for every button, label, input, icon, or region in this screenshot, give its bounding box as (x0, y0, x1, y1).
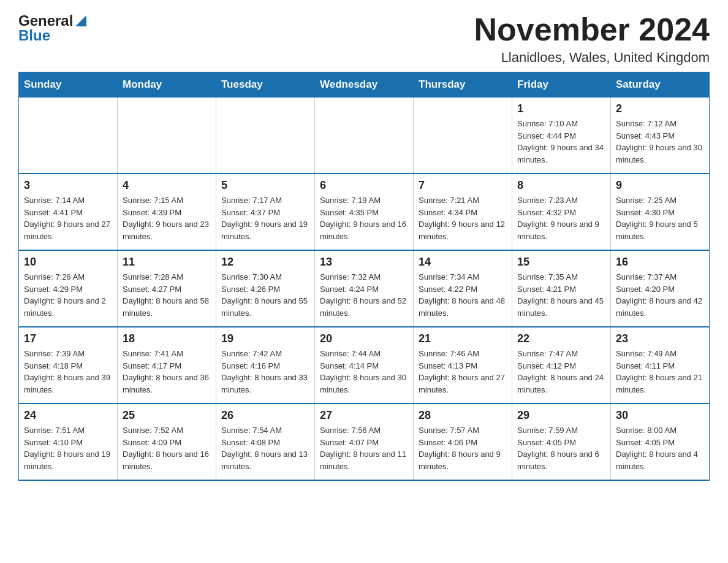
table-row: 26Sunrise: 7:54 AMSunset: 4:08 PMDayligh… (216, 404, 315, 480)
table-row: 28Sunrise: 7:57 AMSunset: 4:06 PMDayligh… (414, 404, 512, 480)
page-subtitle: Llanidloes, Wales, United Kingdom (474, 50, 710, 66)
day-info: Sunrise: 7:57 AMSunset: 4:06 PMDaylight:… (419, 424, 507, 472)
day-number: 13 (320, 256, 408, 269)
table-row: 9Sunrise: 7:25 AMSunset: 4:30 PMDaylight… (611, 174, 710, 250)
day-number: 6 (320, 179, 408, 192)
day-number: 3 (24, 179, 112, 192)
day-info: Sunrise: 7:52 AMSunset: 4:09 PMDaylight:… (123, 424, 211, 472)
day-number: 29 (517, 409, 605, 422)
table-row: 8Sunrise: 7:23 AMSunset: 4:32 PMDaylight… (512, 174, 611, 250)
day-info: Sunrise: 7:59 AMSunset: 4:05 PMDaylight:… (517, 424, 605, 472)
logo: General Blue (18, 12, 88, 44)
col-friday: Friday (512, 72, 611, 98)
col-wednesday: Wednesday (315, 72, 414, 98)
day-number: 9 (616, 179, 704, 192)
day-number: 23 (616, 332, 704, 345)
day-number: 18 (123, 332, 211, 345)
day-number: 10 (24, 256, 112, 269)
page-title: November 2024 (474, 12, 710, 47)
week-row-3: 10Sunrise: 7:26 AMSunset: 4:29 PMDayligh… (19, 250, 710, 327)
col-monday: Monday (118, 72, 216, 98)
table-row: 11Sunrise: 7:28 AMSunset: 4:27 PMDayligh… (118, 250, 216, 327)
table-row: 23Sunrise: 7:49 AMSunset: 4:11 PMDayligh… (611, 327, 710, 404)
week-row-2: 3Sunrise: 7:14 AMSunset: 4:41 PMDaylight… (19, 174, 710, 250)
table-row: 27Sunrise: 7:56 AMSunset: 4:07 PMDayligh… (315, 404, 414, 480)
table-row: 10Sunrise: 7:26 AMSunset: 4:29 PMDayligh… (19, 250, 118, 327)
day-number: 22 (517, 332, 605, 345)
table-row: 29Sunrise: 7:59 AMSunset: 4:05 PMDayligh… (512, 404, 611, 480)
day-info: Sunrise: 7:25 AMSunset: 4:30 PMDaylight:… (616, 194, 704, 242)
day-number: 8 (517, 179, 605, 192)
col-sunday: Sunday (19, 72, 118, 98)
table-row (414, 98, 512, 174)
col-saturday: Saturday (611, 72, 710, 98)
svg-marker-0 (75, 15, 86, 26)
day-info: Sunrise: 7:14 AMSunset: 4:41 PMDaylight:… (24, 194, 112, 242)
day-info: Sunrise: 7:21 AMSunset: 4:34 PMDaylight:… (419, 194, 507, 242)
day-number: 1 (517, 102, 605, 115)
day-number: 5 (221, 179, 309, 192)
day-info: Sunrise: 7:37 AMSunset: 4:20 PMDaylight:… (616, 271, 704, 319)
day-info: Sunrise: 7:12 AMSunset: 4:43 PMDaylight:… (616, 118, 704, 166)
day-info: Sunrise: 8:00 AMSunset: 4:05 PMDaylight:… (616, 424, 704, 472)
table-row: 16Sunrise: 7:37 AMSunset: 4:20 PMDayligh… (611, 250, 710, 327)
table-row (216, 98, 315, 174)
week-row-5: 24Sunrise: 7:51 AMSunset: 4:10 PMDayligh… (19, 404, 710, 480)
day-info: Sunrise: 7:10 AMSunset: 4:44 PMDaylight:… (517, 118, 605, 166)
table-row: 30Sunrise: 8:00 AMSunset: 4:05 PMDayligh… (611, 404, 710, 480)
day-info: Sunrise: 7:39 AMSunset: 4:18 PMDaylight:… (24, 348, 112, 396)
day-info: Sunrise: 7:32 AMSunset: 4:24 PMDaylight:… (320, 271, 408, 319)
logo-blue-text: Blue (18, 27, 50, 44)
title-block: November 2024 Llanidloes, Wales, United … (474, 12, 710, 66)
page-header: General Blue November 2024 Llanidloes, W… (18, 12, 710, 66)
day-number: 12 (221, 256, 309, 269)
week-row-4: 17Sunrise: 7:39 AMSunset: 4:18 PMDayligh… (19, 327, 710, 404)
table-row: 15Sunrise: 7:35 AMSunset: 4:21 PMDayligh… (512, 250, 611, 327)
day-info: Sunrise: 7:56 AMSunset: 4:07 PMDaylight:… (320, 424, 408, 472)
table-row: 6Sunrise: 7:19 AMSunset: 4:35 PMDaylight… (315, 174, 414, 250)
logo-triangle-icon (74, 14, 88, 28)
table-row (315, 98, 414, 174)
day-number: 17 (24, 332, 112, 345)
table-row: 7Sunrise: 7:21 AMSunset: 4:34 PMDaylight… (414, 174, 512, 250)
day-number: 21 (419, 332, 507, 345)
table-row: 18Sunrise: 7:41 AMSunset: 4:17 PMDayligh… (118, 327, 216, 404)
day-number: 2 (616, 102, 704, 115)
day-info: Sunrise: 7:49 AMSunset: 4:11 PMDaylight:… (616, 348, 704, 396)
day-info: Sunrise: 7:51 AMSunset: 4:10 PMDaylight:… (24, 424, 112, 472)
day-number: 16 (616, 256, 704, 269)
table-row: 25Sunrise: 7:52 AMSunset: 4:09 PMDayligh… (118, 404, 216, 480)
day-info: Sunrise: 7:42 AMSunset: 4:16 PMDaylight:… (221, 348, 309, 396)
day-info: Sunrise: 7:44 AMSunset: 4:14 PMDaylight:… (320, 348, 408, 396)
day-info: Sunrise: 7:34 AMSunset: 4:22 PMDaylight:… (419, 271, 507, 319)
day-info: Sunrise: 7:47 AMSunset: 4:12 PMDaylight:… (517, 348, 605, 396)
table-row: 14Sunrise: 7:34 AMSunset: 4:22 PMDayligh… (414, 250, 512, 327)
day-info: Sunrise: 7:46 AMSunset: 4:13 PMDaylight:… (419, 348, 507, 396)
day-number: 4 (123, 179, 211, 192)
day-number: 20 (320, 332, 408, 345)
table-row: 19Sunrise: 7:42 AMSunset: 4:16 PMDayligh… (216, 327, 315, 404)
day-number: 30 (616, 409, 704, 422)
day-number: 14 (419, 256, 507, 269)
day-info: Sunrise: 7:19 AMSunset: 4:35 PMDaylight:… (320, 194, 408, 242)
day-info: Sunrise: 7:17 AMSunset: 4:37 PMDaylight:… (221, 194, 309, 242)
table-row: 1Sunrise: 7:10 AMSunset: 4:44 PMDaylight… (512, 98, 611, 174)
day-number: 28 (419, 409, 507, 422)
day-info: Sunrise: 7:15 AMSunset: 4:39 PMDaylight:… (123, 194, 211, 242)
table-row: 22Sunrise: 7:47 AMSunset: 4:12 PMDayligh… (512, 327, 611, 404)
day-number: 19 (221, 332, 309, 345)
day-number: 11 (123, 256, 211, 269)
day-info: Sunrise: 7:35 AMSunset: 4:21 PMDaylight:… (517, 271, 605, 319)
table-row: 3Sunrise: 7:14 AMSunset: 4:41 PMDaylight… (19, 174, 118, 250)
day-number: 27 (320, 409, 408, 422)
col-thursday: Thursday (414, 72, 512, 98)
table-row: 24Sunrise: 7:51 AMSunset: 4:10 PMDayligh… (19, 404, 118, 480)
day-number: 7 (419, 179, 507, 192)
day-info: Sunrise: 7:54 AMSunset: 4:08 PMDaylight:… (221, 424, 309, 472)
day-number: 26 (221, 409, 309, 422)
table-row (118, 98, 216, 174)
day-info: Sunrise: 7:26 AMSunset: 4:29 PMDaylight:… (24, 271, 112, 319)
table-row: 12Sunrise: 7:30 AMSunset: 4:26 PMDayligh… (216, 250, 315, 327)
table-row: 13Sunrise: 7:32 AMSunset: 4:24 PMDayligh… (315, 250, 414, 327)
table-row (19, 98, 118, 174)
